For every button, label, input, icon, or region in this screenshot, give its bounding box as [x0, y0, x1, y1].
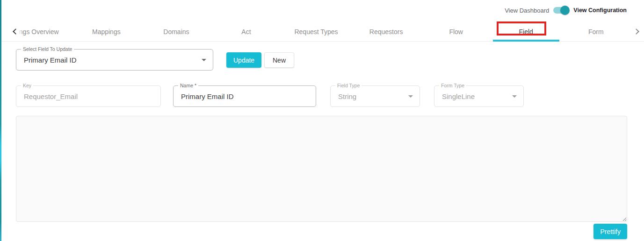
update-button[interactable]: Update	[226, 52, 261, 68]
view-mode-switch[interactable]	[553, 6, 570, 15]
view-mode-toggle-row: View Dashboard View Configuration	[505, 5, 627, 16]
field-type-select: Field Type String	[330, 85, 420, 107]
dropdown-arrow-icon	[408, 95, 413, 98]
view-configuration-label: View Configuration	[573, 7, 627, 14]
form-type-value: SingleLine	[434, 92, 512, 100]
tab-field[interactable]: Field	[491, 22, 561, 41]
tab-list: pings Overview Mappings Domains Act Requ…	[1, 22, 644, 41]
field-type-label: Field Type	[335, 83, 362, 89]
name-field[interactable]: Name * Primary Email ID	[173, 85, 316, 107]
select-field-to-update[interactable]: Select Field To Update Primary Email ID	[16, 49, 213, 71]
tab-domains[interactable]: Domains	[141, 22, 211, 41]
select-field-label: Select Field To Update	[21, 46, 74, 52]
dropdown-arrow-icon	[512, 95, 517, 98]
switch-thumb-icon	[560, 6, 570, 15]
name-field-value: Primary Email ID	[174, 92, 316, 100]
view-dashboard-label: View Dashboard	[505, 7, 549, 14]
key-field-label: Key	[21, 83, 33, 89]
key-field-value: Requestor_Email	[16, 92, 160, 100]
tab-requestors[interactable]: Requestors	[351, 22, 421, 41]
tab-form[interactable]: Form	[561, 22, 631, 41]
select-field-value: Primary Email ID	[16, 56, 202, 64]
field-config-textarea[interactable]	[16, 116, 627, 222]
tab-flow[interactable]: Flow	[421, 22, 491, 41]
prettify-button[interactable]: Prettify	[593, 224, 627, 239]
new-button[interactable]: New	[264, 52, 294, 68]
field-type-value: String	[331, 92, 408, 100]
name-field-label: Name *	[178, 83, 198, 89]
key-field: Key Requestor_Email	[16, 85, 161, 107]
form-type-select: Form Type SingleLine	[434, 85, 524, 107]
tab-mappings[interactable]: Mappings	[72, 22, 142, 41]
form-type-label: Form Type	[439, 83, 466, 89]
tab-request-types[interactable]: Request Types	[281, 22, 351, 41]
tab-scroll-fade	[1, 22, 23, 41]
tab-bar: pings Overview Mappings Domains Act Requ…	[1, 22, 644, 42]
dropdown-arrow-icon	[202, 59, 206, 61]
tab-act[interactable]: Act	[211, 22, 282, 41]
